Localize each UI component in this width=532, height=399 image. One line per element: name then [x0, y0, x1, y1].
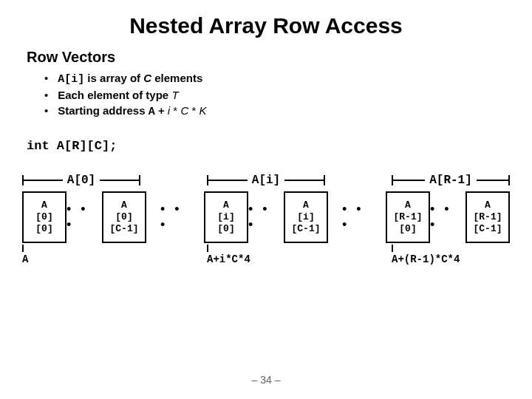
block-i: A [i] [0] • • • A [i] [C-1] — [204, 191, 328, 243]
dots-icon: • • • — [160, 191, 190, 243]
bullet-3: • Starting address A + i * C * K — [44, 104, 510, 118]
addresses: A A+i*C*4 A+(R-1)*C*4 — [22, 246, 510, 265]
bullet-1-c: C — [143, 72, 151, 84]
label-ar1-text: A[R-1] — [425, 174, 477, 187]
bullet-dot-icon: • — [44, 72, 55, 84]
cell-0-c1: A [0] [C-1] — [102, 191, 146, 243]
bullet-1-code: A[i] — [58, 73, 84, 86]
slide-title: Nested Array Row Access — [22, 13, 510, 38]
bullet-3-star1: * — [170, 104, 180, 117]
cell-r1-c1: A [R-1] [C-1] — [466, 191, 510, 243]
bullet-1: • A[i] is array of C elements — [44, 72, 510, 86]
block-0: A [0] [0] • • • A [0] [C-1] — [22, 191, 146, 243]
label-a0: A[0] — [22, 174, 140, 187]
dots-icon: • • • — [66, 191, 102, 243]
dots-icon: • • • — [248, 191, 284, 243]
dots-icon: • • • — [430, 191, 466, 243]
addr-ar1-text: A+(R-1)*C*4 — [392, 253, 460, 265]
bullet-3-code: A — [149, 106, 155, 118]
bullet-dot-icon: • — [44, 89, 55, 101]
bullet-3-k: K — [199, 104, 206, 117]
cell-i-0: A [i] [0] — [204, 191, 248, 243]
label-a0-text: A[0] — [63, 174, 100, 187]
declaration: int A[R][C]; — [27, 139, 510, 153]
cells: A [0] [0] • • • A [0] [C-1] • • • A [i] … — [22, 191, 510, 243]
array-diagram: A[0] A[i] A[R-1] A [0] [0] • • • A [0] [… — [22, 174, 510, 265]
bullet-list: • A[i] is array of C elements • Each ele… — [44, 72, 510, 118]
addr-ar1: A+(R-1)*C*4 — [392, 246, 510, 265]
page-number: – 34 – — [0, 374, 532, 386]
bullet-2-pre: Each element of type — [58, 89, 171, 101]
addr-ai-text: A+i*C*4 — [207, 253, 250, 265]
block-r1: A [R-1] [0] • • • A [R-1] [C-1] — [386, 191, 510, 243]
bullet-2-t: T — [171, 89, 178, 101]
bullet-3-pre: Starting address — [58, 104, 149, 117]
cell-r1-0: A [R-1] [0] — [386, 191, 430, 243]
bullet-3-c: C — [180, 104, 188, 117]
addr-ai: A+i*C*4 — [207, 246, 325, 265]
cell-i-c1: A [i] [C-1] — [284, 191, 328, 243]
bullet-3-star2: * — [188, 104, 199, 117]
row-labels: A[0] A[i] A[R-1] — [22, 174, 510, 187]
label-ar1: A[R-1] — [392, 174, 510, 187]
dots-icon: • • • — [342, 191, 372, 243]
bullet-1-post: elements — [151, 72, 202, 84]
addr-a: A — [22, 246, 140, 265]
bullet-2: • Each element of type T — [44, 89, 510, 101]
label-ai: A[i] — [207, 174, 325, 187]
addr-a-text: A — [22, 253, 28, 265]
bullet-3-mid: + — [155, 104, 168, 117]
label-ai-text: A[i] — [248, 174, 284, 187]
bullet-dot-icon: • — [44, 104, 55, 117]
bullet-1-mid: is array of — [87, 72, 143, 84]
cell-0-0: A [0] [0] — [22, 191, 66, 243]
slide-subtitle: Row Vectors — [27, 49, 510, 66]
